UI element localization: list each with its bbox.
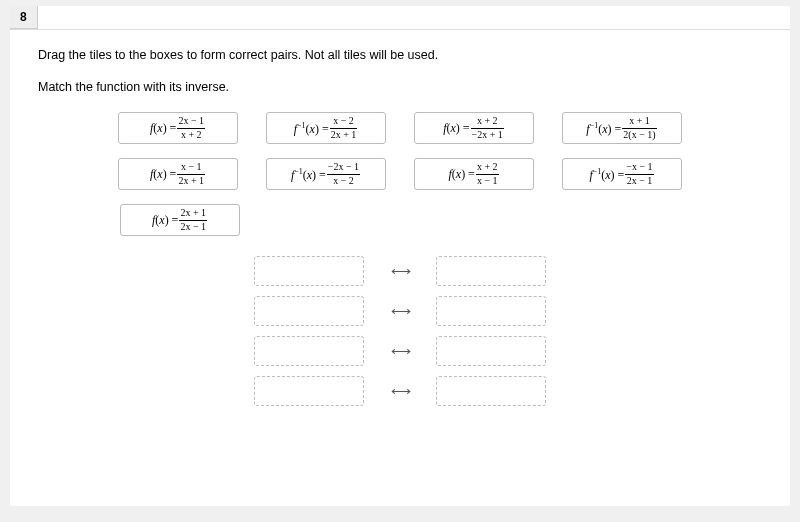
double-arrow-icon: ⟷: [378, 343, 422, 359]
double-arrow-icon: ⟷: [378, 383, 422, 399]
tile-row-2: f(x) = x − 12x + 1 f−1(x) = −2x − 1x − 2…: [38, 158, 762, 190]
tile-finv-neg2x-1-over-x-2[interactable]: f−1(x) = −2x − 1x − 2: [266, 158, 386, 190]
drop-left-4[interactable]: [254, 376, 364, 406]
drop-left-3[interactable]: [254, 336, 364, 366]
drop-left-1[interactable]: [254, 256, 364, 286]
tile-finv-negx-1-over-2x-1[interactable]: f−1(x) = −x − 12x − 1: [562, 158, 682, 190]
drop-right-4[interactable]: [436, 376, 546, 406]
double-arrow-icon: ⟷: [378, 303, 422, 319]
drop-left-2[interactable]: [254, 296, 364, 326]
match-row-3: ⟷: [254, 336, 546, 366]
match-row-1: ⟷: [254, 256, 546, 286]
instruction-line-2: Match the function with its inverse.: [38, 80, 762, 94]
tile-finv-x+1-over-2(x-1)[interactable]: f−1(x) = x + 12(x − 1): [562, 112, 682, 144]
match-row-2: ⟷: [254, 296, 546, 326]
tile-f-2x-1-over-x+2[interactable]: f(x) = 2x − 1x + 2: [118, 112, 238, 144]
question-number: 8: [10, 6, 38, 29]
tile-f-x+2-over-x-1[interactable]: f(x) = x + 2x − 1: [414, 158, 534, 190]
match-area: ⟷ ⟷ ⟷ ⟷: [38, 256, 762, 406]
tile-f-x-1-over-2x+1[interactable]: f(x) = x − 12x + 1: [118, 158, 238, 190]
tiles-area: f(x) = 2x − 1x + 2 f−1(x) = x − 22x + 1 …: [38, 112, 762, 236]
drop-right-3[interactable]: [436, 336, 546, 366]
drop-right-1[interactable]: [436, 256, 546, 286]
double-arrow-icon: ⟷: [378, 263, 422, 279]
drop-right-2[interactable]: [436, 296, 546, 326]
tile-row-3: f(x) = 2x + 12x − 1: [38, 204, 762, 236]
tile-f-2x+1-over-2x-1[interactable]: f(x) = 2x + 12x − 1: [120, 204, 240, 236]
match-row-4: ⟷: [254, 376, 546, 406]
question-header: 8: [10, 6, 790, 30]
instruction-line-1: Drag the tiles to the boxes to form corr…: [38, 48, 762, 62]
tile-f-x+2-over-neg2x+1[interactable]: f(x) = x + 2−2x + 1: [414, 112, 534, 144]
tile-finv-x-2-over-2x+1[interactable]: f−1(x) = x − 22x + 1: [266, 112, 386, 144]
tile-row-1: f(x) = 2x − 1x + 2 f−1(x) = x − 22x + 1 …: [38, 112, 762, 144]
question-content: Drag the tiles to the boxes to form corr…: [10, 30, 790, 406]
question-card: 8 Drag the tiles to the boxes to form co…: [10, 6, 790, 506]
